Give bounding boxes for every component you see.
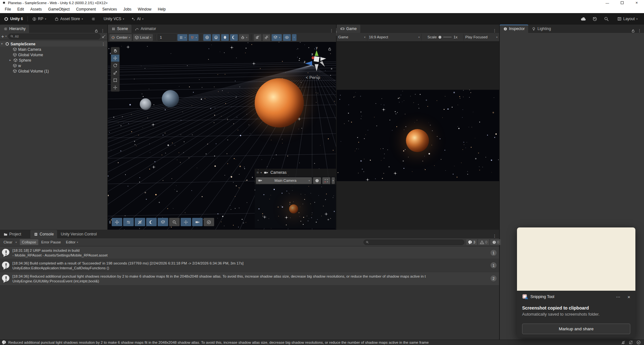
- create-object-button[interactable]: +: [1, 34, 4, 39]
- hierarchy-item-sphere[interactable]: ► Sphere: [0, 57, 107, 63]
- transform-tool[interactable]: [111, 84, 119, 91]
- axis-cone-back[interactable]: [320, 61, 325, 67]
- log-count-toggle[interactable]: 3: [466, 239, 477, 245]
- skybox-toggle-button[interactable]: [221, 34, 229, 41]
- camera-select-dropdown[interactable]: Main Camera ▾: [256, 177, 312, 184]
- fog-toggle-button[interactable]: [230, 34, 238, 41]
- hierarchy-search-input[interactable]: [15, 34, 98, 38]
- console-message-row[interactable]: [18:34:36] Reduced additional punctual l…: [0, 272, 499, 286]
- kebab-menu-icon[interactable]: ⋮: [101, 42, 107, 46]
- window-list-button[interactable]: [89, 16, 97, 22]
- menu-help[interactable]: Help: [155, 6, 169, 12]
- aspect-ratio-dropdown[interactable]: 16:9 Aspect▾: [367, 34, 422, 41]
- tab-unity-version-control[interactable]: Unity Version Control: [57, 230, 100, 238]
- menu-window[interactable]: Window: [135, 6, 154, 12]
- hierarchy-item-global-volume[interactable]: Global Volume: [0, 52, 107, 57]
- overlay-skybox-button[interactable]: [146, 218, 157, 226]
- menu-component[interactable]: Component: [73, 6, 99, 12]
- console-editor-dropdown[interactable]: Editor▾: [64, 239, 80, 245]
- draw-mode-button[interactable]: [203, 34, 211, 41]
- hierarchy-item-global-volume-1[interactable]: Global Volume (1): [0, 68, 107, 74]
- kebab-menu-icon[interactable]: ⋮: [493, 234, 497, 238]
- status-message[interactable]: Reduced additional punctual light shadow…: [8, 341, 429, 344]
- console-message-row[interactable]: [18:31:18] 2 URP assets included in buil…: [0, 247, 499, 259]
- kebab-menu-icon[interactable]: ⋮: [638, 28, 641, 33]
- markup-and-share-button[interactable]: Markup and share: [522, 324, 630, 334]
- foldout-open-icon[interactable]: ▼: [0, 42, 4, 45]
- overlay-compass-button[interactable]: [204, 218, 214, 226]
- display-dropdown[interactable]: Game▾: [337, 34, 367, 41]
- foldout-closed-icon[interactable]: ►: [8, 59, 12, 62]
- lock-icon[interactable]: [631, 29, 635, 33]
- chevron-down-icon[interactable]: ▾: [5, 35, 7, 38]
- scene-picker-icon[interactable]: [102, 34, 106, 38]
- focus-mode-dropdown[interactable]: Play Focused▾: [464, 34, 499, 41]
- rotate-tool[interactable]: [111, 62, 119, 69]
- tool-handle-position-dropdown[interactable]: Center▾: [109, 34, 132, 41]
- unity-version-button[interactable]: Unity 6: [2, 15, 25, 23]
- search-icon[interactable]: [604, 16, 609, 21]
- maximize-button[interactable]: [615, 0, 629, 5]
- axis-y-cone[interactable]: [315, 50, 318, 56]
- tab-scene[interactable]: Scene: [108, 25, 131, 33]
- drag-handle-icon[interactable]: ‖: [109, 220, 111, 225]
- planet-dark-sphere[interactable]: [162, 90, 179, 107]
- tab-game[interactable]: Game: [337, 25, 360, 33]
- move-tool[interactable]: [111, 55, 119, 62]
- tab-animator[interactable]: Animator: [131, 25, 160, 33]
- console-search[interactable]: [363, 240, 464, 245]
- overlay-move-button[interactable]: [112, 218, 122, 226]
- kebab-menu-icon[interactable]: ⋮: [330, 28, 333, 33]
- hierarchy-item-main-camera[interactable]: Main Camera: [0, 47, 107, 52]
- layers-dropdown[interactable]: ▾: [272, 34, 282, 41]
- undo-history-icon[interactable]: [592, 16, 597, 21]
- audio-toggle-button[interactable]: [254, 34, 261, 41]
- camera-settings-button[interactable]: [292, 34, 296, 41]
- planet-gray-sphere[interactable]: [140, 98, 151, 110]
- view-hand-tool[interactable]: [111, 47, 119, 55]
- scene-visibility-button[interactable]: [283, 34, 291, 41]
- minimize-button[interactable]: —: [600, 0, 615, 5]
- ai-dropdown[interactable]: AI▾: [129, 15, 145, 22]
- warning-count-toggle[interactable]: 0: [478, 239, 489, 245]
- notification-more-icon[interactable]: ⋯: [616, 294, 620, 299]
- menu-edit[interactable]: Edit: [14, 6, 27, 12]
- asset-store-dropdown[interactable]: Asset Store▾: [53, 15, 85, 22]
- menu-services[interactable]: Services: [99, 6, 120, 12]
- projection-label[interactable]: < Persp: [306, 75, 320, 80]
- render-pipeline-dropdown[interactable]: RP▾: [30, 15, 48, 22]
- grid-visibility-button[interactable]: ▾: [177, 34, 187, 41]
- overlay-properties-button[interactable]: [123, 218, 134, 226]
- status-bar[interactable]: Reduced additional punctual light shadow…: [0, 340, 644, 345]
- menu-jobs[interactable]: Jobs: [120, 6, 134, 12]
- collapse-chevron-icon[interactable]: ▾: [260, 171, 262, 174]
- scene-viewport[interactable]: y x z < Persp = ▾ Cameras Main: [108, 42, 336, 230]
- debug-gizmos-dropdown[interactable]: ▾: [239, 34, 249, 41]
- drag-handle-icon[interactable]: =: [257, 170, 258, 175]
- console-clear-button[interactable]: Clear ▾: [1, 239, 19, 245]
- scene-lighting-button[interactable]: [212, 34, 220, 41]
- cloud-services-icon[interactable]: [580, 16, 586, 22]
- menu-assets[interactable]: Assets: [27, 6, 45, 12]
- snap-settings-button[interactable]: ▾: [189, 34, 198, 41]
- chevron-down-icon[interactable]: ▾: [13, 241, 17, 244]
- console-error-pause-toggle[interactable]: Error Pause: [39, 239, 63, 245]
- hierarchy-search[interactable]: [8, 34, 101, 39]
- notification-close-icon[interactable]: ×: [627, 294, 630, 300]
- hierarchy-item-w[interactable]: w: [0, 63, 107, 68]
- rect-tool[interactable]: [111, 77, 119, 84]
- axis-cone-down[interactable]: [315, 64, 318, 71]
- overlay-probes-button[interactable]: [158, 218, 168, 226]
- console-collapse-toggle[interactable]: Collapse: [20, 239, 39, 245]
- kebab-menu-icon[interactable]: ⋮: [493, 28, 497, 33]
- overlay-center-button[interactable]: [181, 218, 191, 226]
- slider-thumb[interactable]: [438, 36, 441, 39]
- overlay-camera-button[interactable]: [192, 218, 203, 226]
- menu-gameobject[interactable]: GameObject: [45, 6, 72, 12]
- axis-cone-right[interactable]: [320, 57, 326, 61]
- overlay-zoom-button[interactable]: [169, 218, 180, 226]
- tab-hierarchy[interactable]: Hierarchy: [0, 25, 29, 33]
- menu-file[interactable]: File: [2, 6, 14, 12]
- hierarchy-root-scene[interactable]: ▼ SampleScene ⋮: [0, 41, 107, 47]
- gizmo-center-cube[interactable]: [314, 56, 319, 62]
